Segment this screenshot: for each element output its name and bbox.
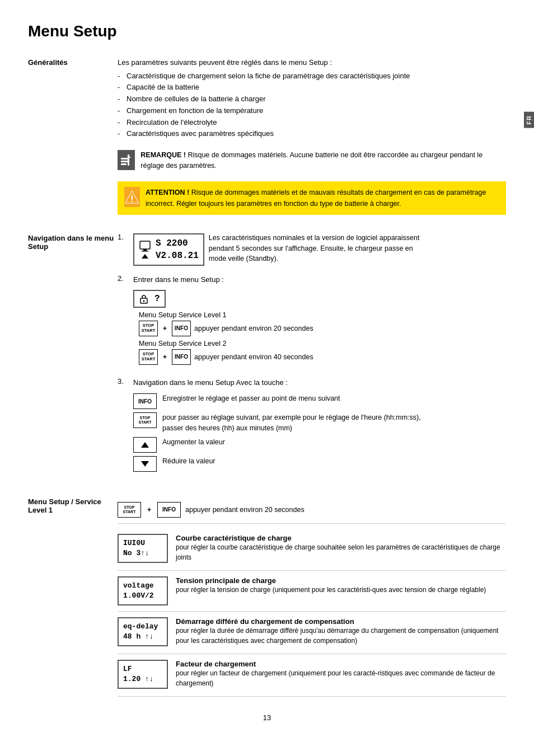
- page-title: Menu Setup: [28, 22, 506, 40]
- info-button-1[interactable]: INFO: [172, 321, 191, 336]
- nav-info-text: Enregistrer le réglage et passer au poin…: [162, 393, 340, 404]
- svg-text:!: !: [130, 194, 133, 204]
- nav-stopstart-text: pour passer au réglage suivant, par exem…: [162, 412, 431, 434]
- display-voltage: voltage: [123, 581, 154, 591]
- stop-start-button-service[interactable]: STOP START: [118, 502, 141, 518]
- fr-tab-label: FR: [526, 115, 532, 125]
- stop-start-button-2[interactable]: STOP START: [139, 349, 158, 365]
- service-display-4: LF 1.20 ↑↓: [118, 660, 168, 689]
- service-item-3: eq-delay 48 h ↑↓ Démarrage différé du ch…: [118, 612, 506, 654]
- step-3-intro: Navigation dans le menu Setup Avec la to…: [133, 377, 506, 388]
- note-label: REMARQUE !: [140, 151, 186, 159]
- service-section: Menu Setup / Service Level 1 STOP START …: [28, 496, 506, 697]
- svg-rect-1: [121, 161, 129, 162]
- service-title-2: Tension principale de charge: [176, 576, 276, 585]
- generalites-bullets: Caractéristique de chargement selon la f…: [118, 71, 506, 140]
- display-line1: S 2200: [156, 237, 199, 250]
- generalites-intro: Les paramètres suivants peuvent être rég…: [118, 57, 506, 68]
- arrow-down-icon: [141, 461, 149, 467]
- service-content: STOP START + INFO appuyer pendant enviro…: [118, 502, 506, 697]
- service-header-text: appuyer pendant environ 20 secondes: [185, 506, 305, 514]
- note-text: REMARQUE ! Risque de dommages matériels.…: [140, 150, 506, 171]
- step-1-num: 1.: [118, 233, 127, 241]
- display-arrow-up-icon: [142, 254, 148, 259]
- navigation-label: Navigation dans le menu Setup: [28, 233, 118, 483]
- service-desc-1: Courbe caractéristique de charge pour ré…: [176, 534, 506, 565]
- info-button-service[interactable]: INFO: [157, 502, 181, 518]
- attention-body: Risque de dommages matériels et de mauva…: [146, 189, 486, 208]
- service-display-2: voltage 1.00V/2: [118, 576, 168, 605]
- nav-arrowup-text: Augmenter la valeur: [162, 437, 225, 448]
- step-1-display: S 2200 V2.08.21: [156, 237, 199, 262]
- display-eq-delay: eq-delay: [123, 622, 158, 632]
- bullet-4: Chargement en fonction de la température: [118, 105, 506, 117]
- service-text-4: pour régler un facteur de chargement (un…: [176, 668, 506, 688]
- generalites-section: Généralités Les paramètres suivants peuv…: [28, 57, 506, 219]
- service-item-1: IUI0U No 3↑↓ Courbe caractéristique de c…: [118, 528, 506, 571]
- nav-stopstart-row: STOP START pour passer au réglage suivan…: [133, 412, 506, 434]
- step-3-body: Navigation dans le menu Setup Avec la to…: [133, 377, 506, 475]
- stop-start-button-nav[interactable]: STOP START: [133, 412, 157, 428]
- display-iui0u: IUI0U: [123, 538, 145, 548]
- service-item-2: voltage 1.00V/2 Tension principale de ch…: [118, 571, 506, 612]
- display-icon: [139, 240, 151, 259]
- nav-info-row: INFO Enregistrer le réglage et passer au…: [133, 393, 506, 409]
- service-desc-3: Démarrage différé du chargement de compe…: [176, 617, 506, 648]
- attention-text: ATTENTION ! Risque de dommages matériels…: [146, 187, 499, 209]
- svg-point-11: [143, 300, 145, 302]
- svg-rect-2: [121, 163, 127, 165]
- step-2-intro: Entrer dans le menu Setup :: [133, 274, 506, 285]
- display-line2: V2.08.21: [156, 250, 199, 262]
- lock-icon: [139, 294, 149, 304]
- service-text-2: pour régler la tension de charge (unique…: [176, 585, 506, 595]
- bullet-2: Capacité de la batterie: [118, 82, 506, 93]
- bullet-3: Nombre de cellules de la batterie à char…: [118, 93, 506, 105]
- service-item-4: LF 1.20 ↑↓ Facteur de chargement pour ré…: [118, 654, 506, 697]
- svg-rect-7: [140, 241, 150, 249]
- service-label: Menu Setup / Service Level 1: [28, 496, 118, 697]
- arrow-up-button[interactable]: [133, 437, 157, 453]
- stop-start-button-1[interactable]: STOP START: [139, 321, 158, 336]
- generalites-content: Les paramètres suivants peuvent être rég…: [118, 57, 506, 219]
- info-button-2[interactable]: INFO: [172, 349, 191, 365]
- arrow-down-button[interactable]: [133, 456, 157, 472]
- display-1-00v2: 1.00V/2: [123, 591, 154, 601]
- svg-rect-9: [142, 251, 148, 252]
- bullet-5: Recirculation de l'électrolyte: [118, 117, 506, 129]
- menu2-buttons: STOP START + INFO appuyer pendant enviro…: [139, 349, 506, 365]
- service-text-1: pour régler la courbe caractéristique de…: [176, 542, 506, 562]
- nav-arrowdown-row: Réduire la valeur: [133, 456, 506, 472]
- note-icon: [118, 150, 135, 170]
- service-display-3: eq-delay 48 h ↑↓: [118, 617, 168, 646]
- arrow-up-icon: [141, 442, 149, 448]
- plus-1: +: [163, 325, 167, 332]
- svg-rect-8: [143, 249, 147, 251]
- question-mark: ?: [154, 294, 160, 304]
- step-1: 1.: [118, 233, 506, 266]
- service-desc-4: Facteur de chargement pour régler un fac…: [176, 660, 506, 691]
- service-desc-2: Tension principale de charge pour régler…: [176, 576, 506, 597]
- service-display-1: IUI0U No 3↑↓: [118, 534, 168, 563]
- step-2: 2. Entrer dans le menu Setup : ? Menu Se…: [118, 274, 506, 369]
- step-2-num: 2.: [118, 274, 127, 283]
- attention-box: ! ATTENTION ! Risque de dommages matérie…: [118, 181, 506, 215]
- step-3-num: 3.: [118, 377, 127, 386]
- step-2-body: Entrer dans le menu Setup : ? Menu Setup…: [133, 274, 506, 369]
- display-lf: LF: [123, 664, 132, 674]
- menu1-group: Menu Setup Service Level 1 STOP START + …: [139, 311, 506, 365]
- svg-rect-0: [121, 158, 129, 159]
- nav-arrowup-row: Augmenter la valeur: [133, 437, 506, 453]
- display-1-20: 1.20 ↑↓: [123, 674, 154, 684]
- generalites-label: Généralités: [28, 57, 118, 219]
- service-title-3: Démarrage différé du chargement de compe…: [176, 617, 354, 626]
- menu2-label: Menu Setup Service Level 2: [139, 340, 506, 348]
- note-box: REMARQUE ! Risque de dommages matériels.…: [118, 145, 506, 176]
- info-button-nav[interactable]: INFO: [133, 393, 157, 409]
- nav-arrowdown-text: Réduire la valeur: [162, 456, 216, 467]
- bullet-1: Caractéristique de chargement selon la f…: [118, 71, 506, 82]
- navigation-section: Navigation dans le menu Setup 1.: [28, 233, 506, 483]
- step-3: 3. Navigation dans le menu Setup Avec la…: [118, 377, 506, 475]
- display-48h: 48 h ↑↓: [123, 632, 154, 642]
- service-title-1: Courbe caractéristique de charge: [176, 534, 292, 542]
- bullet-6: Caractéristiques avec paramètres spécifi…: [118, 128, 506, 140]
